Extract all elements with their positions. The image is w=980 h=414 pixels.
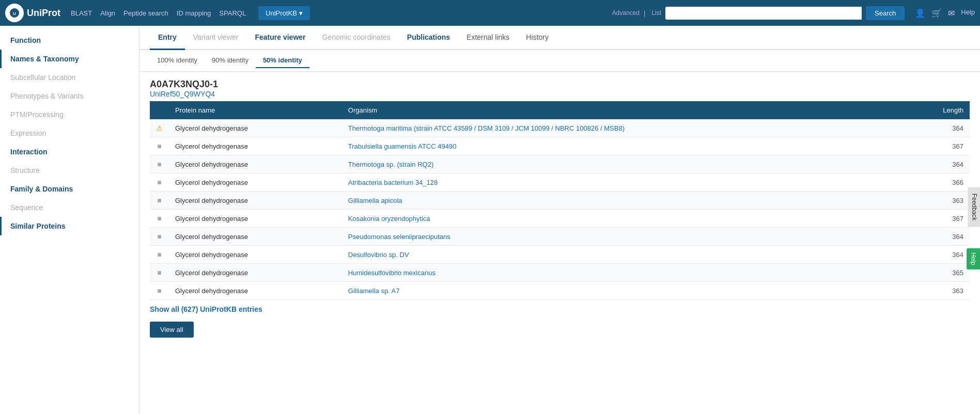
view-all-button[interactable]: View all: [150, 322, 194, 338]
sparql-link[interactable]: SPARQL: [219, 9, 246, 17]
sidebar-item-similar-proteins[interactable]: Similar Proteins: [0, 217, 139, 235]
search-button[interactable]: Search: [866, 6, 905, 20]
protein-name: Glycerol dehydrogenase: [169, 119, 342, 137]
sequence-length: 367: [928, 210, 970, 228]
advanced-link[interactable]: Advanced: [612, 9, 640, 17]
entry-header: A0A7K3NQJ0-1 UniRef50_Q9WYQ4: [139, 72, 980, 101]
peptide-search-link[interactable]: Peptide search: [123, 9, 168, 17]
table-col-icon: [150, 101, 169, 119]
svg-text:U: U: [13, 11, 16, 16]
organism-name[interactable]: Atribacteria bacterium 34_128: [342, 173, 928, 192]
row-icon: ■: [150, 173, 169, 192]
top-navigation: U UniProt BLAST Align Peptide search ID …: [0, 0, 980, 26]
sidebar-item-phenotypes[interactable]: Phenotypes & Variants: [0, 87, 139, 105]
organism-name[interactable]: Thermotoga maritima (strain ATCC 43589 /…: [342, 119, 928, 137]
protein-name: Glycerol dehydrogenase: [169, 137, 342, 155]
table-row: ■Glycerol dehydrogenaseThermotoga sp. (s…: [150, 155, 970, 173]
logo-area[interactable]: U UniProt: [5, 4, 60, 22]
organism-name[interactable]: Desulfovibrio sp. DV: [342, 246, 928, 264]
sidebar-item-function[interactable]: Function: [0, 31, 139, 50]
organism-name[interactable]: Thermotoga sp. (strain RQ2): [342, 155, 928, 173]
tab-entry[interactable]: Entry: [150, 26, 185, 50]
nav-links: BLAST Align Peptide search ID mapping SP…: [71, 6, 310, 20]
unreviewed-icon: ■: [157, 214, 161, 222]
protein-name: Glycerol dehydrogenase: [169, 228, 342, 246]
mail-icon[interactable]: ✉: [948, 8, 955, 18]
identity-50[interactable]: 50% identity: [256, 53, 309, 68]
tab-feature-viewer[interactable]: Feature viewer: [246, 26, 314, 50]
table-col-organism: Organism: [342, 101, 928, 119]
row-icon: ■: [150, 264, 169, 282]
entry-id: A0A7K3NQJ0-1: [150, 79, 970, 90]
sequence-length: 367: [928, 137, 970, 155]
table-row: ■Glycerol dehydrogenaseTrabulsiella guam…: [150, 137, 970, 155]
align-link[interactable]: Align: [100, 9, 115, 17]
row-icon: ■: [150, 282, 169, 300]
organism-name[interactable]: Humidesulfovibrio mexicanus: [342, 264, 928, 282]
table-row: ■Glycerol dehydrogenaseHumidesulfovibrio…: [150, 264, 970, 282]
sequence-length: 364: [928, 119, 970, 137]
reviewed-icon: ⚠: [156, 124, 163, 132]
sidebar-item-interaction[interactable]: Interaction: [0, 142, 139, 161]
sidebar-item-structure[interactable]: Structure: [0, 161, 139, 180]
organism-name[interactable]: Pseudomonas seleniipraeciputans: [342, 228, 928, 246]
sequence-length: 363: [928, 192, 970, 210]
table-row: ■Glycerol dehydrogenaseAtribacteria bact…: [150, 173, 970, 192]
sidebar-item-ptm[interactable]: PTM/Processing: [0, 105, 139, 124]
tab-variant-viewer: Variant viewer: [185, 26, 247, 50]
unreviewed-icon: ■: [157, 178, 161, 186]
sidebar-item-expression[interactable]: Expression: [0, 124, 139, 142]
show-all-link[interactable]: Show all (627) UniProtKB entries: [150, 305, 262, 313]
list-link[interactable]: List: [651, 9, 661, 17]
tab-bar: Entry Variant viewer Feature viewer Geno…: [139, 26, 980, 50]
tab-publications[interactable]: Publications: [399, 26, 458, 50]
sidebar-item-family-domains[interactable]: Family & Domains: [0, 180, 139, 198]
table-col-length: Length: [928, 101, 970, 119]
id-mapping-link[interactable]: ID mapping: [177, 9, 211, 17]
unreviewed-icon: ■: [157, 196, 161, 204]
organism-name[interactable]: Gilliamella apicola: [342, 192, 928, 210]
show-all-row: Show all (627) UniProtKB entries: [139, 300, 980, 319]
organism-name[interactable]: Gilliamella sp. A7: [342, 282, 928, 300]
nav-icons: 👤 🛒 ✉ Help: [915, 8, 975, 18]
search-area: Advanced | List Search 👤 🛒 ✉ Help: [612, 6, 975, 20]
row-icon: ■: [150, 192, 169, 210]
blast-link[interactable]: BLAST: [71, 9, 92, 17]
unreviewed-icon: ■: [157, 286, 161, 295]
protein-table: Protein name Organism Length ⚠Glycerol d…: [150, 101, 970, 300]
sequence-length: 366: [928, 173, 970, 192]
feedback-tab[interactable]: Feedback: [968, 187, 980, 227]
identity-bar: 100% identity 90% identity 50% identity: [139, 50, 980, 72]
sequence-length: 365: [928, 264, 970, 282]
tab-genomic-coordinates: Genomic coordinates: [314, 26, 399, 50]
table-row: ■Glycerol dehydrogenaseKosakonia oryzend…: [150, 210, 970, 228]
organism-name[interactable]: Trabulsiella guamensis ATCC 49490: [342, 137, 928, 155]
help-nav-link[interactable]: Help: [961, 8, 975, 18]
uniprotkb-button[interactable]: UniProtKB ▾: [258, 6, 310, 20]
sequence-length: 364: [928, 246, 970, 264]
search-input[interactable]: [665, 7, 862, 20]
protein-name: Glycerol dehydrogenase: [169, 192, 342, 210]
table-row: ■Glycerol dehydrogenaseGilliamella sp. A…: [150, 282, 970, 300]
table-row: ■Glycerol dehydrogenaseDesulfovibrio sp.…: [150, 246, 970, 264]
row-icon: ■: [150, 228, 169, 246]
tab-history[interactable]: History: [518, 26, 557, 50]
sequence-length: 364: [928, 228, 970, 246]
identity-100[interactable]: 100% identity: [150, 53, 205, 68]
sidebar-item-names-taxonomy[interactable]: Names & Taxonomy: [0, 50, 139, 68]
identity-90[interactable]: 90% identity: [205, 53, 256, 68]
help-side-tab[interactable]: Help: [967, 248, 980, 269]
sidebar-item-sequence[interactable]: Sequence: [0, 198, 139, 217]
sidebar: Function Names & Taxonomy Subcellular Lo…: [0, 26, 139, 414]
page-layout: Function Names & Taxonomy Subcellular Lo…: [0, 26, 980, 414]
organism-name[interactable]: Kosakonia oryzendophytica: [342, 210, 928, 228]
unreviewed-icon: ■: [157, 250, 161, 259]
sequence-length: 364: [928, 155, 970, 173]
user-icon[interactable]: 👤: [915, 8, 925, 18]
sidebar-item-subcellular[interactable]: Subcellular Location: [0, 68, 139, 87]
entry-ref-link[interactable]: UniRef50_Q9WYQ4: [150, 90, 970, 98]
tab-external-links[interactable]: External links: [458, 26, 518, 50]
unreviewed-icon: ■: [157, 160, 161, 168]
row-icon: ⚠: [150, 119, 169, 137]
basket-icon[interactable]: 🛒: [931, 8, 942, 18]
